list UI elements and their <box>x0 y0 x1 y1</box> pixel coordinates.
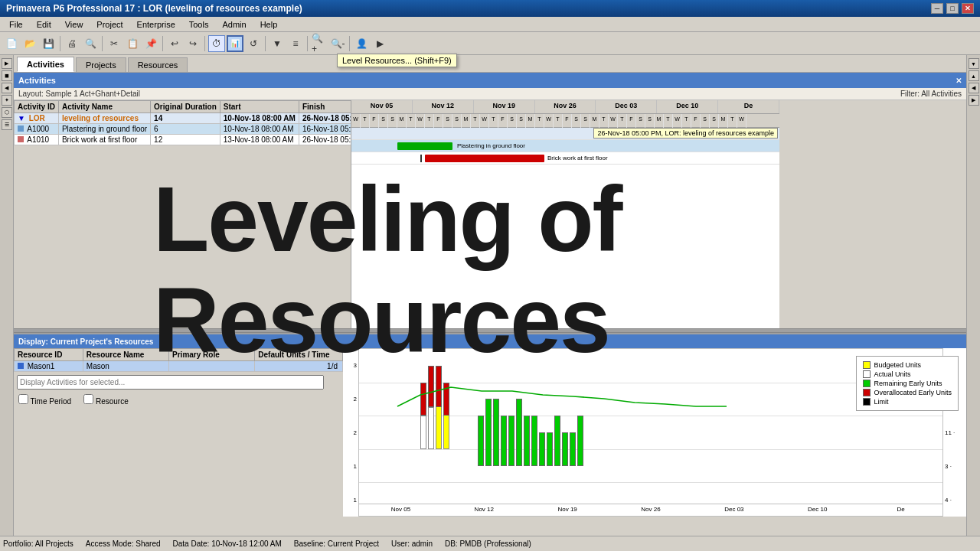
group-btn[interactable]: ≡ <box>287 35 304 52</box>
a1000-name: Plastering in ground floor <box>58 124 150 135</box>
title-bar: Primavera P6 Professional 17 : LOR (leve… <box>0 0 980 17</box>
close-button[interactable]: ✕ <box>962 3 974 14</box>
schedule-btn[interactable]: ⏱ <box>208 35 225 52</box>
panel-header: Activities ✕ <box>14 73 966 88</box>
filter-btn[interactable]: ▼ <box>269 35 286 52</box>
tab-resources[interactable]: Resources <box>128 57 188 72</box>
sidebar-icon-4[interactable]: ✦ <box>2 95 12 106</box>
table-row-a1010[interactable]: A1010 Brick work at first floor 12 13-No… <box>15 135 351 145</box>
right-icon-2[interactable]: ▲ <box>969 70 979 81</box>
histogram-x-axis: Nov 05 Nov 12 Nov 19 Nov 26 Dec 03 Dec 1… <box>359 504 942 516</box>
undo-btn[interactable]: ↩ <box>166 35 183 52</box>
display-activities-input[interactable] <box>17 375 324 390</box>
status-access: Access Mode: Shared <box>86 540 161 548</box>
col-header-start[interactable]: Start <box>220 101 299 113</box>
level-resources-btn[interactable]: 📊 <box>227 35 243 52</box>
gantt-day: S <box>388 114 397 128</box>
panel-close-btn[interactable]: ✕ <box>956 77 962 85</box>
group-finish: 26-Nov-18 05:00 PM <box>299 113 351 124</box>
menu-bar: File Edit View Project Enterprise Tools … <box>0 17 980 32</box>
print-btn[interactable]: 🖨 <box>64 35 80 52</box>
gantt-day: T <box>599 114 609 128</box>
table-row-a1000[interactable]: A1000 Plastering in ground floor 6 10-No… <box>15 124 351 135</box>
group-start: 10-Nov-18 08:00 AM <box>220 113 299 124</box>
resource-area: Display: Current Project's Resources Res… <box>14 333 966 517</box>
auto-level-btn[interactable]: ↺ <box>245 35 262 52</box>
time-period-checkbox[interactable] <box>18 394 28 404</box>
group-id: ▼ LOR <box>15 113 59 124</box>
minimize-button[interactable]: ─ <box>931 3 943 14</box>
new-btn[interactable]: 📄 <box>3 35 20 52</box>
gantt-day: F <box>498 114 508 128</box>
a1000-finish: 16-Nov-18 05:00 PM <box>299 124 351 135</box>
tab-activities[interactable]: Activities <box>17 57 74 72</box>
menu-view[interactable]: View <box>59 18 90 31</box>
cut-btn[interactable]: ✂ <box>106 35 122 52</box>
copy-btn[interactable]: 📋 <box>124 35 141 52</box>
status-bar: Portfolio: All Projects Access Mode: Sha… <box>0 536 980 551</box>
res-col-name[interactable]: Resource Name <box>83 349 168 361</box>
gantt-day: M <box>397 114 407 128</box>
gantt-day: M <box>655 114 664 128</box>
gantt-header: Nov 05 Nov 12 Nov 19 Nov 26 Dec 03 Dec 1… <box>351 100 779 128</box>
assign-btn[interactable]: 👤 <box>353 35 370 52</box>
redo-btn[interactable]: ↪ <box>185 35 201 52</box>
menu-enterprise[interactable]: Enterprise <box>131 18 181 31</box>
sidebar-icon-5[interactable]: ⬡ <box>2 107 12 118</box>
menu-tools[interactable]: Tools <box>183 18 215 31</box>
res-col-units[interactable]: Default Units / Time <box>255 349 343 361</box>
app-title: Primavera P6 Professional 17 : LOR (leve… <box>6 3 302 14</box>
menu-edit[interactable]: Edit <box>31 18 57 31</box>
resource-table-area: Resource ID Resource Name Primary Role D… <box>14 348 343 517</box>
time-period-label: Time Period <box>18 394 71 406</box>
filter-bar: Layout: Sample 1 Act+Ghant+Detail Filter… <box>14 88 966 100</box>
sidebar-icon-2[interactable]: ◼ <box>2 70 12 81</box>
menu-file[interactable]: File <box>3 18 29 31</box>
gantt-row-a1010: Brick work at first floor <box>351 152 779 165</box>
col-header-finish[interactable]: Finish <box>299 101 351 113</box>
sidebar-icon-1[interactable]: ▶ <box>2 58 12 69</box>
mason1-name: Mason <box>83 361 168 372</box>
legend-actual: Actual Units <box>863 370 952 378</box>
gantt-day: W <box>673 114 682 128</box>
display-activities-area <box>14 372 343 393</box>
res-col-id[interactable]: Resource ID <box>15 349 83 361</box>
gantt-day: T <box>618 114 627 128</box>
a1010-name: Brick work at first floor <box>58 135 150 145</box>
activities-split: Activity ID Activity Name Original Durat… <box>14 100 966 328</box>
resource-row-mason1[interactable]: Mason1 Mason 1/d <box>15 361 343 372</box>
col-header-id[interactable]: Activity ID <box>15 101 59 113</box>
table-row-group[interactable]: ▼ LOR leveling of resources 14 10-Nov-18… <box>15 113 351 124</box>
open-btn[interactable]: 📂 <box>21 35 38 52</box>
col-header-name[interactable]: Activity Name <box>58 101 150 113</box>
resource-checkbox[interactable] <box>83 394 93 404</box>
right-icon-3[interactable]: ◀ <box>969 83 979 93</box>
right-icon-1[interactable]: ▼ <box>969 58 979 69</box>
legend-color-budgeted <box>863 361 871 369</box>
save-btn[interactable]: 💾 <box>40 35 57 52</box>
paste-btn[interactable]: 📌 <box>142 35 159 52</box>
col-header-dur[interactable]: Original Duration <box>151 101 220 113</box>
sidebar-icon-3[interactable]: ◀ <box>2 83 12 93</box>
zoom-in-btn[interactable]: 🔍+ <box>311 35 328 52</box>
a1000-start: 10-Nov-18 08:00 AM <box>220 124 299 135</box>
print-prev-btn[interactable]: 🔍 <box>82 35 99 52</box>
progress-btn[interactable]: ▶ <box>371 35 388 52</box>
maximize-button[interactable]: □ <box>946 3 959 14</box>
menu-admin[interactable]: Admin <box>216 18 252 31</box>
gantt-week-nov19: Nov 19 <box>474 100 535 113</box>
resource-gantt: 3 2 2 1 1 <box>343 348 966 517</box>
status-user: User: admin <box>391 540 433 548</box>
menu-project[interactable]: Project <box>90 18 129 31</box>
right-icon-4[interactable]: ▶ <box>969 95 979 106</box>
resource-content: Resource ID Resource Name Primary Role D… <box>14 348 966 517</box>
tab-projects[interactable]: Projects <box>76 57 126 72</box>
sidebar-icon-6[interactable]: ☰ <box>2 119 12 130</box>
res-col-role[interactable]: Primary Role <box>169 349 255 361</box>
mason1-role <box>169 361 255 372</box>
activities-top: Layout: Sample 1 Act+Ghant+Detail Filter… <box>14 88 966 328</box>
gantt-day: W <box>416 114 425 128</box>
menu-help[interactable]: Help <box>254 18 284 31</box>
zoom-out-btn[interactable]: 🔍- <box>329 35 346 52</box>
histogram-chart: Nov 05 Nov 12 Nov 19 Nov 26 Dec 03 Dec 1… <box>358 348 943 517</box>
